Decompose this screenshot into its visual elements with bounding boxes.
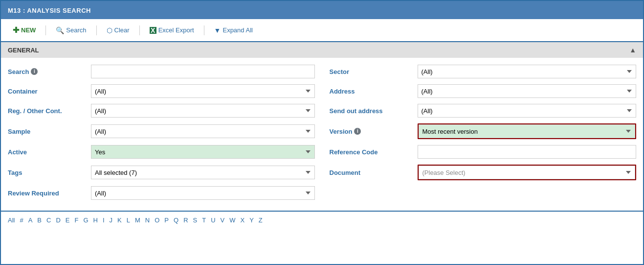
- reg-other-field-group: Reg. / Other Cont. (All): [8, 104, 315, 118]
- form-row-5: Active Yes Reference Code: [8, 145, 636, 159]
- active-select[interactable]: Yes: [91, 145, 315, 159]
- alpha-link-v[interactable]: V: [221, 217, 225, 224]
- form-row-6: Tags All selected (7) Document: [8, 165, 636, 180]
- alpha-link-f[interactable]: F: [74, 217, 78, 224]
- alpha-link-u[interactable]: U: [211, 217, 215, 224]
- toolbar: ✚ NEW 🔍 Search ⬡ Clear X Excel Export ▼ …: [1, 19, 643, 42]
- alpha-link-r[interactable]: R: [183, 217, 188, 224]
- plus-icon: ✚: [13, 25, 19, 35]
- main-container: M13 : ANALYSIS SEARCH ✚ NEW 🔍 Search ⬡ C…: [0, 0, 644, 265]
- alpha-link-t[interactable]: T: [202, 217, 206, 224]
- alpha-link-c[interactable]: C: [46, 217, 51, 224]
- alpha-link-k[interactable]: K: [117, 217, 122, 224]
- container-select[interactable]: (All): [91, 84, 315, 98]
- excel-icon: X: [150, 27, 156, 34]
- tags-field-group: Tags All selected (7): [8, 166, 315, 179]
- version-info-icon[interactable]: i: [354, 128, 361, 135]
- section-header: GENERAL ▲: [1, 42, 643, 58]
- form-row-3: Reg. / Other Cont. (All) Send out addres…: [8, 104, 636, 118]
- alpha-link-i[interactable]: I: [103, 217, 105, 224]
- alpha-link-l[interactable]: L: [127, 217, 130, 224]
- version-input-wrapper: Most recent version: [418, 123, 637, 139]
- alpha-link-y[interactable]: Y: [249, 217, 254, 224]
- alpha-link-all[interactable]: All: [8, 217, 15, 224]
- collapse-icon[interactable]: ▲: [629, 46, 636, 54]
- form-body: Search i Sector (All): [1, 58, 643, 209]
- reference-code-label: Reference Code: [330, 148, 418, 156]
- alpha-link-h[interactable]: H: [93, 217, 98, 224]
- form-row-4: Sample (All) Version i: [8, 123, 636, 139]
- search-button[interactable]: 🔍 Search: [51, 24, 91, 37]
- clear-icon: ⬡: [107, 26, 112, 34]
- alpha-link-p[interactable]: P: [164, 217, 169, 224]
- clear-button[interactable]: ⬡ Clear: [102, 24, 134, 37]
- active-label: Active: [8, 148, 91, 156]
- reg-other-label: Reg. / Other Cont.: [8, 107, 91, 115]
- alpha-link-w[interactable]: W: [229, 217, 235, 224]
- review-required-select[interactable]: (All): [91, 186, 315, 200]
- document-input-wrapper: (Please Select): [418, 165, 637, 180]
- alpha-link-j[interactable]: J: [110, 217, 113, 224]
- sample-input-wrapper: (All): [91, 124, 315, 138]
- reg-other-input-wrapper: (All): [91, 104, 315, 118]
- sample-select[interactable]: (All): [91, 124, 315, 138]
- address-field-group: Address (All): [330, 84, 637, 98]
- form-row-2: Container (All) Address: [8, 84, 636, 98]
- send-out-label: Send out address: [330, 107, 418, 115]
- tags-input-wrapper: All selected (7): [91, 166, 315, 179]
- new-button[interactable]: ✚ NEW: [8, 23, 41, 37]
- review-required-label: Review Required: [8, 190, 91, 197]
- alpha-link-z[interactable]: Z: [259, 217, 263, 224]
- alpha-link-d[interactable]: D: [56, 217, 60, 224]
- send-out-input-wrapper: (All): [418, 104, 637, 118]
- search-label: Search i: [8, 68, 91, 75]
- version-select[interactable]: Most recent version: [419, 124, 636, 138]
- alpha-link-q[interactable]: Q: [174, 217, 178, 224]
- toolbar-separator-3: [139, 25, 140, 35]
- expand-icon: ▼: [214, 26, 221, 34]
- form-row-1: Search i Sector (All): [8, 65, 636, 78]
- toolbar-separator-1: [45, 25, 46, 35]
- alpha-link-g[interactable]: G: [83, 217, 88, 224]
- container-input-wrapper: (All): [91, 84, 315, 98]
- alpha-link-a[interactable]: A: [28, 217, 33, 224]
- toolbar-separator-4: [204, 25, 204, 35]
- reference-code-input-wrapper: [418, 145, 637, 159]
- form-row-7: Review Required (All): [8, 186, 636, 200]
- document-label: Document: [330, 169, 418, 176]
- send-out-field-group: Send out address (All): [330, 104, 637, 118]
- sector-input-wrapper: (All): [418, 65, 637, 78]
- reg-other-select[interactable]: (All): [91, 104, 315, 118]
- reference-code-field-group: Reference Code: [330, 145, 637, 159]
- search-field-group: Search i: [8, 65, 315, 78]
- search-input[interactable]: [91, 65, 315, 78]
- address-select[interactable]: (All): [418, 84, 637, 98]
- toolbar-separator-2: [96, 25, 97, 35]
- expand-all-button[interactable]: ▼ Expand All: [209, 24, 258, 37]
- alpha-link-#[interactable]: #: [20, 217, 23, 224]
- alpha-link-o[interactable]: O: [155, 217, 159, 224]
- document-field-group: Document (Please Select): [330, 165, 637, 180]
- sample-field-group: Sample (All): [8, 124, 315, 138]
- alpha-link-m[interactable]: M: [135, 217, 140, 224]
- alpha-link-n[interactable]: N: [145, 217, 150, 224]
- sector-field-group: Sector (All): [330, 65, 637, 78]
- alpha-link-s[interactable]: S: [193, 217, 198, 224]
- address-input-wrapper: (All): [418, 84, 637, 98]
- active-field-group: Active Yes: [8, 145, 315, 159]
- send-out-select[interactable]: (All): [418, 104, 637, 118]
- excel-export-button[interactable]: X Excel Export: [145, 24, 199, 36]
- alpha-link-x[interactable]: X: [241, 217, 245, 224]
- active-input-wrapper: Yes: [91, 145, 315, 159]
- container-label: Container: [8, 88, 91, 95]
- alpha-link-b[interactable]: B: [37, 217, 42, 224]
- search-info-icon[interactable]: i: [31, 68, 38, 75]
- section-label: GENERAL: [8, 47, 39, 54]
- document-select[interactable]: (Please Select): [419, 166, 636, 179]
- sector-select[interactable]: (All): [418, 65, 637, 78]
- search-input-wrapper: [91, 65, 315, 78]
- reference-code-input[interactable]: [418, 145, 637, 159]
- tags-select[interactable]: All selected (7): [91, 166, 315, 179]
- version-label: Version i: [330, 128, 418, 135]
- alpha-link-e[interactable]: E: [66, 217, 70, 224]
